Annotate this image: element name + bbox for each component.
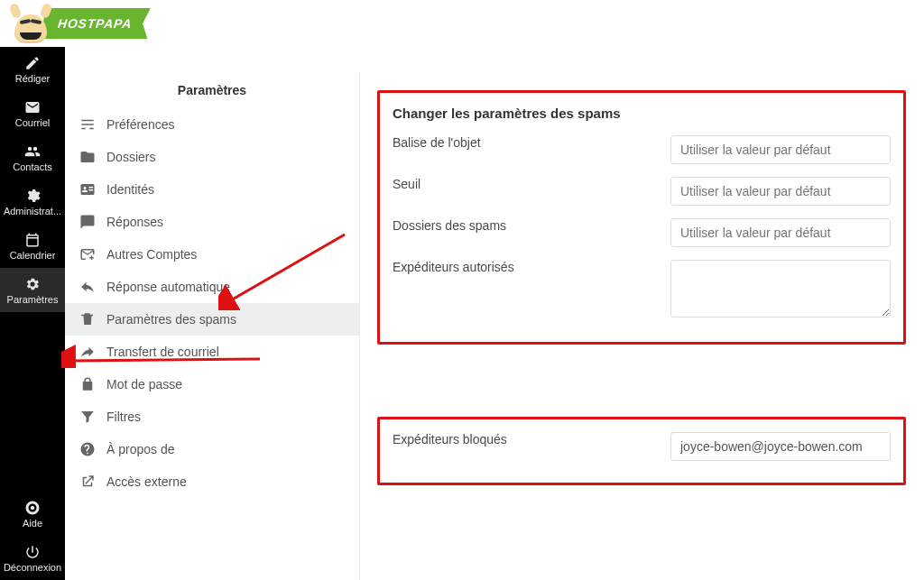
blocked-senders-input[interactable]: [670, 432, 891, 461]
settings-item-label: Identités: [106, 182, 154, 197]
gears-icon: [24, 188, 41, 204]
mailbox-icon: [79, 246, 96, 262]
left-rail: Rédiger Courriel Contacts Administrat...…: [0, 47, 65, 580]
reply-icon: [79, 279, 96, 295]
compose-icon: [24, 55, 41, 71]
allowed-senders-input[interactable]: [670, 260, 891, 318]
brand-logo: [11, 2, 51, 45]
forward-icon: [79, 344, 96, 360]
settings-item-label: Mot de passe: [106, 377, 182, 391]
field-label: Expéditeurs bloqués: [393, 432, 656, 447]
annotation-box-top: Changer les paramètres des spams Balise …: [377, 90, 906, 345]
spam-settings-content: Changer les paramètres des spams Balise …: [359, 72, 924, 580]
field-label: Balise de l'objet: [393, 135, 656, 150]
field-allowed-senders: Expéditeurs autorisés: [393, 260, 891, 320]
contacts-icon: [24, 143, 41, 160]
settings-item-label: Autres Comptes: [106, 247, 197, 262]
rail-help[interactable]: Aide: [0, 492, 65, 536]
calendar-icon: [24, 232, 41, 248]
settings-item-spam[interactable]: Paramètres des spams: [65, 303, 359, 336]
rail-label: Contacts: [13, 161, 51, 172]
rail-label: Déconnexion: [4, 562, 61, 573]
rail-contacts[interactable]: Contacts: [0, 135, 65, 180]
rail-label: Calendrier: [10, 250, 56, 261]
spam-folder-input[interactable]: [670, 218, 891, 247]
mail-icon: [24, 99, 41, 115]
settings-item-about[interactable]: À propos de: [65, 433, 359, 465]
field-label: Dossiers des spams: [393, 218, 656, 233]
rail-settings[interactable]: Paramètres: [0, 268, 65, 312]
lock-icon: [79, 376, 96, 392]
rail-label: Rédiger: [15, 73, 51, 84]
sliders-icon: [79, 116, 96, 133]
field-threshold: Seuil: [393, 177, 891, 206]
rail-label: Paramètres: [7, 294, 59, 305]
brand-name: HOSTPAPA: [42, 8, 144, 39]
subject-tag-input[interactable]: [670, 135, 891, 164]
life-ring-icon: [24, 500, 41, 516]
id-card-icon: [79, 181, 96, 198]
spam-settings-heading: Changer les paramètres des spams: [393, 106, 891, 121]
rail-mail[interactable]: Courriel: [0, 91, 65, 135]
rail-admin[interactable]: Administrat...: [0, 180, 65, 224]
settings-item-label: À propos de: [106, 442, 175, 456]
settings-item-responses[interactable]: Réponses: [65, 206, 359, 238]
field-label: Expéditeurs autorisés: [393, 260, 656, 274]
settings-item-accounts[interactable]: Autres Comptes: [65, 238, 359, 271]
threshold-input[interactable]: [670, 177, 891, 206]
help-icon: [79, 441, 96, 457]
brand-bar: HOSTPAPA: [11, 0, 143, 46]
settings-item-filters[interactable]: Filtres: [65, 400, 359, 433]
settings-item-label: Dossiers: [106, 150, 155, 164]
settings-item-forward[interactable]: Transfert de courriel: [65, 336, 359, 368]
gear-icon: [24, 276, 41, 292]
settings-item-label: Réponse automatique: [106, 280, 230, 294]
settings-item-label: Accès externe: [106, 474, 187, 489]
settings-item-label: Réponses: [106, 215, 163, 229]
rail-label: Courriel: [15, 117, 51, 128]
settings-panel: Paramètres Préférences Dossiers Identité…: [65, 72, 360, 580]
external-link-icon: [79, 474, 96, 490]
power-icon: [24, 544, 41, 560]
settings-item-folders[interactable]: Dossiers: [65, 141, 359, 173]
rail-compose[interactable]: Rédiger: [0, 47, 65, 91]
folder-icon: [79, 149, 96, 165]
field-subject-tag: Balise de l'objet: [393, 135, 891, 164]
settings-item-label: Filtres: [106, 410, 141, 424]
field-spam-folder: Dossiers des spams: [393, 218, 891, 247]
settings-item-preferences[interactable]: Préférences: [65, 108, 359, 141]
annotation-box-bottom: Expéditeurs bloqués: [377, 417, 906, 485]
settings-title: Paramètres: [65, 72, 359, 108]
chat-icon: [79, 214, 96, 230]
settings-item-password[interactable]: Mot de passe: [65, 368, 359, 400]
rail-label: Administrat...: [4, 206, 61, 216]
settings-item-label: Préférences: [106, 117, 174, 132]
settings-item-autoresponder[interactable]: Réponse automatique: [65, 271, 359, 303]
settings-item-external[interactable]: Accès externe: [65, 465, 359, 498]
settings-list: Préférences Dossiers Identités Réponses …: [65, 108, 359, 498]
field-blocked-senders: Expéditeurs bloqués: [393, 432, 891, 461]
rail-logout[interactable]: Déconnexion: [0, 536, 65, 580]
field-label: Seuil: [393, 177, 656, 191]
rail-label: Aide: [23, 518, 42, 529]
rail-calendar[interactable]: Calendrier: [0, 224, 65, 268]
settings-item-identities[interactable]: Identités: [65, 173, 359, 206]
settings-item-label: Paramètres des spams: [106, 312, 236, 327]
settings-item-label: Transfert de courriel: [106, 345, 219, 359]
filter-icon: [79, 409, 96, 425]
trash-icon: [79, 311, 96, 327]
